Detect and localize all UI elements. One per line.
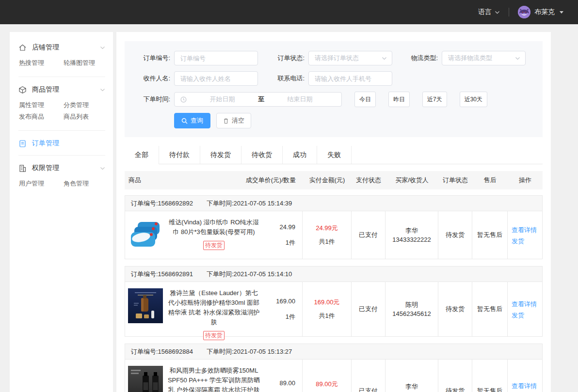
view-detail-link[interactable]: 查看详情	[512, 299, 537, 309]
tab-all[interactable]: 全部	[125, 146, 159, 164]
end-date-placeholder: 结束日期	[264, 95, 336, 104]
language-dropdown[interactable]: 语言	[478, 8, 500, 16]
avatar	[518, 6, 530, 18]
quick-range-7days-button[interactable]: 近7天	[422, 92, 447, 107]
page-body: 店铺管理 热搜管理 轮播图管理 商品管理 属性管理 分类管理 发布商品 商品列表	[0, 24, 578, 392]
order-header: 订单编号:1568692884 下单时间:2021-07-05 15:13:27	[125, 344, 542, 360]
sidebar-submenu-permission: 用户管理 角色管理	[18, 176, 105, 193]
unit-price-block: 169.00 1件	[260, 298, 295, 321]
order-no-input[interactable]	[174, 51, 258, 65]
buyer-name: 陈明	[405, 300, 418, 309]
unit-qty: 1件	[260, 238, 295, 247]
product-cell: 雅诗兰黛（Estee Lauder）第七代小棕瓶特润修护精华30ml 面部精华液…	[125, 282, 302, 336]
contact-phone-label: 联系电话:	[273, 74, 305, 83]
receiver-name-input[interactable]	[174, 71, 258, 86]
col-paid-amount: 实付金额(元)	[303, 176, 352, 185]
sidebar-item-role-management[interactable]: 角色管理	[64, 178, 105, 189]
ship-link[interactable]: 发货	[512, 236, 524, 246]
paid-cell: 24.99元 共1件	[302, 211, 351, 259]
sidebar-item-order-management[interactable]: 订单管理	[18, 136, 105, 151]
sidebar-item-label: 权限管理	[32, 164, 59, 172]
search-button[interactable]: 查询	[174, 113, 210, 128]
sidebar-item-product-list[interactable]: 商品列表	[64, 111, 105, 123]
logistics-type-select[interactable]: 请选择物流类型	[442, 51, 526, 65]
order-time: 下单时间:2021-07-05 15:14:10	[207, 270, 292, 279]
view-detail-link[interactable]: 查看详情	[512, 381, 537, 391]
date-range-picker[interactable]: 开始日期 至 结束日期	[174, 92, 342, 107]
order-time: 下单时间:2021-07-05 15:14:39	[207, 199, 292, 208]
sidebar-divider	[18, 130, 105, 131]
caret-down-icon	[560, 11, 563, 14]
quick-range-yesterday-button[interactable]: 昨日	[388, 92, 410, 107]
tab-failed[interactable]: 失败	[317, 146, 352, 164]
filter-row-4: 查询 清空	[138, 113, 529, 128]
actions-cell: 查看详情 发货	[507, 360, 542, 392]
order-status-select[interactable]: 请选择订单状态	[308, 51, 392, 65]
paid-amount: 89.00元	[316, 380, 338, 389]
order-time-label: 下单时间:	[138, 95, 170, 104]
product-cell: 和风雨男士多效防晒喷雾150ML SPF50 PA+++ 学生军训防黑防晒乳 户…	[125, 360, 302, 392]
paid-amount: 24.99元	[316, 224, 338, 233]
tab-pending-payment[interactable]: 待付款	[159, 146, 200, 164]
order-status-cell: 待发货	[438, 211, 472, 259]
tab-success[interactable]: 成功	[283, 146, 317, 164]
filter-panel: 订单编号: 订单状态: 请选择订单状态 物流类型: 请选择物流类型	[125, 41, 543, 137]
sidebar-item-publish[interactable]: 发布商品	[19, 111, 64, 123]
clear-button-label: 清空	[232, 116, 244, 125]
product-title: 和风雨男士多效防晒喷雾150ML SPF50 PA+++ 学生军训防黑防晒乳 户…	[167, 366, 260, 392]
product-image	[128, 366, 163, 392]
chevron-down-icon	[100, 45, 105, 50]
sidebar-item-carousel[interactable]: 轮播图管理	[64, 57, 105, 69]
order-status-label: 订单状态:	[273, 54, 305, 63]
user-menu[interactable]: 布莱克	[518, 6, 563, 18]
order-status-cell: 待发货	[438, 282, 472, 336]
view-detail-link[interactable]: 查看详情	[512, 225, 537, 235]
trash-icon	[223, 118, 229, 124]
buyer-name: 李华	[405, 382, 418, 391]
after-sale-cell: 暂无售后	[472, 360, 507, 392]
col-unit-price: 成交单价(元)/数量	[246, 176, 296, 185]
col-product: 商品	[128, 176, 141, 185]
logistics-type-placeholder: 请选择物流类型	[448, 54, 492, 63]
sidebar-item-permission-management[interactable]: 权限管理	[18, 160, 105, 176]
unit-price-block: 89.00 1件	[260, 379, 295, 392]
sidebar-item-label: 商品管理	[32, 85, 59, 94]
sidebar-item-category[interactable]: 分类管理	[64, 99, 105, 111]
sidebar-item-label: 店铺管理	[32, 43, 59, 52]
unit-price-block: 24.99 1件	[260, 223, 295, 247]
sidebar-item-product-management[interactable]: 商品管理	[18, 82, 105, 97]
col-after-sale: 售后	[472, 176, 508, 185]
quick-range-30days-button[interactable]: 近30天	[460, 92, 487, 107]
sidebar-item-attribute[interactable]: 属性管理	[19, 99, 64, 111]
buyer-cell: 李华 13433322222	[385, 211, 438, 259]
order-time: 下单时间:2021-07-05 15:13:27	[207, 347, 292, 356]
col-buyer: 买家/收货人	[385, 176, 438, 185]
table-header: 商品 成交单价(元)/数量 实付金额(元) 支付状态 买家/收货人 订单状态 售…	[125, 171, 543, 189]
sidebar-item-shop-management[interactable]: 店铺管理	[18, 40, 105, 55]
order-status-tabs: 全部 待付款 待发货 待收货 成功 失败	[125, 146, 543, 164]
col-pay-status: 支付状态	[352, 176, 385, 185]
sidebar-item-label: 订单管理	[32, 139, 59, 148]
logistics-type-label: 物流类型:	[406, 54, 438, 63]
sidebar-submenu-product: 属性管理 分类管理 发布商品 商品列表	[18, 97, 105, 126]
ship-link[interactable]: 发货	[512, 311, 524, 320]
tab-pending-shipment[interactable]: 待发货	[200, 146, 241, 164]
paid-cell: 89.00元 共1件	[302, 360, 351, 392]
product-title: 维达(Vinda) 湿巾纸巾 RO纯水湿巾 80片*3包量贩装(母婴可用)	[167, 218, 260, 237]
topbar: 语言 布莱克	[0, 0, 578, 24]
cube-icon	[18, 86, 27, 94]
contact-phone-input[interactable]	[308, 71, 392, 86]
tab-pending-receipt[interactable]: 待收货	[241, 146, 283, 164]
clear-button[interactable]: 清空	[216, 113, 251, 128]
language-label: 语言	[478, 8, 492, 16]
filter-row-2: 收件人名: 联系电话:	[138, 71, 529, 86]
chevron-down-icon	[495, 10, 500, 15]
status-tag: 待发货	[203, 241, 225, 250]
product-image	[128, 218, 163, 252]
quick-range-today-button[interactable]: 今日	[354, 92, 376, 107]
sidebar-item-user-management[interactable]: 用户管理	[19, 178, 64, 189]
buyer-phone: 13433322222	[392, 235, 431, 244]
home-icon	[18, 44, 27, 52]
sidebar-item-hot-search[interactable]: 热搜管理	[19, 57, 64, 69]
unit-price: 169.00	[260, 298, 295, 305]
